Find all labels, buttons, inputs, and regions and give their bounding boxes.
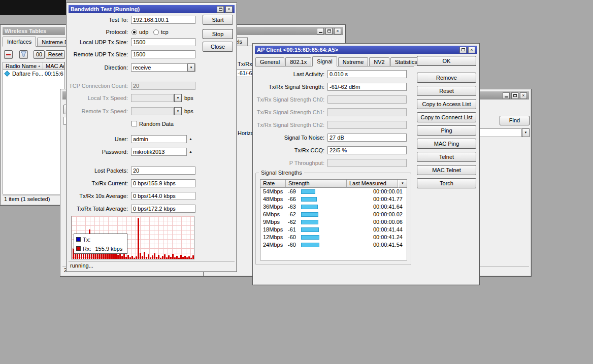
- user-up-arrow-icon[interactable]: ▲: [189, 135, 192, 143]
- close-button[interactable]: ×: [520, 92, 527, 99]
- signal-last-measured: 00:00:41.24: [347, 234, 407, 241]
- signal-rate: 54Mbps: [260, 188, 286, 195]
- signal-row[interactable]: 12Mbps-6000:00:41.24: [260, 234, 407, 241]
- rx-spike: [140, 253, 141, 259]
- wireless-tables-window[interactable]: Wireless Tables Interfaces Nstreme Dua 0…: [0, 24, 68, 206]
- column-header-mac-address[interactable]: MAC Ad: [43, 62, 64, 70]
- user-field[interactable]: admin: [131, 135, 187, 143]
- signal-strength-bar: [301, 220, 318, 224]
- signal-row[interactable]: 54Mbps-6900:00:00.01: [260, 188, 407, 195]
- maximize-button[interactable]: [325, 28, 333, 35]
- remove-button[interactable]: Remove: [417, 73, 476, 83]
- ping-button[interactable]: Ping: [417, 125, 476, 136]
- telnet-button[interactable]: Telnet: [417, 152, 476, 162]
- random-data-checkbox[interactable]: [131, 121, 137, 126]
- start-button[interactable]: Start: [203, 15, 233, 25]
- signal-strength-cell: -62: [286, 211, 347, 218]
- remote-udp-size-field[interactable]: 1500: [131, 50, 195, 58]
- rx-spike: [192, 255, 194, 259]
- close-button[interactable]: ×: [225, 6, 233, 13]
- torch-button[interactable]: Torch: [417, 178, 476, 188]
- password-field[interactable]: mikrotik2013: [131, 148, 187, 156]
- signal-row[interactable]: 36Mbps-6300:00:41.64: [260, 203, 407, 211]
- stop-button[interactable]: Stop: [203, 29, 233, 39]
- signal-row[interactable]: 18Mbps-6100:00:41.44: [260, 226, 407, 234]
- password-up-arrow-icon[interactable]: ▲: [189, 148, 192, 156]
- direction-select[interactable]: receive: [131, 63, 195, 72]
- mac-cell: 00:15:6: [43, 71, 63, 77]
- reset-button[interactable]: Reset: [417, 86, 476, 96]
- remote-tx-speed-field: [131, 107, 174, 115]
- tab-nstreme-dual[interactable]: Nstreme Dua: [37, 38, 68, 46]
- column-header-radio-name[interactable]: Radio Name ▲: [3, 62, 43, 70]
- maximize-button[interactable]: [459, 47, 467, 53]
- rx-spike: [156, 257, 157, 259]
- maximize-button[interactable]: [217, 6, 224, 13]
- close-button[interactable]: ×: [468, 47, 475, 53]
- close-button[interactable]: ×: [334, 28, 341, 35]
- signal-strength-cell: -66: [286, 195, 347, 203]
- titlebar[interactable]: AP Client <00:15:6D:65:64:A5> ×: [255, 46, 477, 54]
- tab-signal[interactable]: Signal: [312, 56, 337, 67]
- txrx-current-field: 0 bps/155.9 kbps: [131, 179, 195, 187]
- find-button[interactable]: Find: [500, 116, 530, 125]
- signal-row[interactable]: 9Mbps-6200:00:00.06: [260, 218, 407, 226]
- signal-strength-cell: -60: [286, 234, 347, 241]
- zero-button[interactable]: 00: [34, 50, 45, 59]
- signal-row[interactable]: 24Mbps-6000:00:41.54: [260, 241, 407, 249]
- direction-dropdown-button[interactable]: ▼: [187, 63, 195, 72]
- tab-nv2[interactable]: NV2: [369, 57, 389, 66]
- column-header-rate[interactable]: Rate: [260, 180, 286, 188]
- rx-spike: [105, 254, 107, 259]
- bandwidth-test-window[interactable]: Bandwidth Test (Running) × Test To: 192.…: [66, 3, 237, 272]
- tab-general[interactable]: General: [255, 57, 284, 66]
- rx-spike: [136, 256, 137, 259]
- rx-spike: [123, 254, 125, 259]
- tx-rx-signal-strength-field: -61/-62 dBm: [327, 83, 407, 91]
- signal-row[interactable]: 6Mbps-6200:00:00.02: [260, 211, 407, 218]
- titlebar[interactable]: Bandwidth Test (Running) ×: [69, 5, 235, 13]
- remove-button[interactable]: [4, 50, 13, 59]
- signal-rate: 9Mbps: [260, 218, 286, 226]
- signal-row[interactable]: 48Mbps-6600:00:41.77: [260, 195, 407, 203]
- local-udp-size-label: Local UDP Tx Size:: [80, 38, 128, 46]
- status-bar: running...: [69, 261, 235, 270]
- tx-rx-ccq-field: 22/5 %: [327, 146, 407, 154]
- wireless-interface-icon: [4, 71, 10, 76]
- minimize-button[interactable]: [317, 28, 324, 35]
- filter-button[interactable]: [19, 50, 28, 59]
- column-header-strength[interactable]: Strength: [286, 180, 347, 188]
- ap-client-window[interactable]: AP Client <00:15:6D:65:64:A5> × General8…: [252, 43, 480, 285]
- tab-interfaces[interactable]: Interfaces: [3, 37, 36, 47]
- rx-spike: [131, 256, 133, 259]
- column-select-button[interactable]: ▼: [398, 180, 407, 188]
- table-row[interactable]: Daftare Fo... 00:15:6: [3, 70, 64, 77]
- remote-udp-size-label: Remote UDP Tx Size:: [74, 50, 128, 58]
- test-to-field[interactable]: 192.168.100.1: [131, 16, 195, 24]
- copy-to-connect-list-button[interactable]: Copy to Connect List: [417, 112, 476, 122]
- filter-dropdown-button[interactable]: ▼: [522, 128, 530, 137]
- signal-strength-cell: -61: [286, 226, 347, 234]
- titlebar[interactable]: Wireless Tables: [3, 27, 65, 35]
- protocol-udp-radio[interactable]: [131, 29, 137, 35]
- mac-telnet-button[interactable]: MAC Telnet: [417, 165, 476, 175]
- radio-name-cell: Daftare Fo...: [12, 71, 43, 77]
- local-udp-size-field[interactable]: 1500: [131, 38, 195, 46]
- tab-802-1x[interactable]: 802.1x: [285, 57, 311, 66]
- rx-spike: [174, 257, 176, 259]
- reset-button[interactable]: Reset: [46, 50, 65, 59]
- local-tx-speed-dropdown-button[interactable]: ▼: [174, 94, 182, 102]
- close-button[interactable]: Close: [203, 42, 233, 52]
- protocol-tcp-radio[interactable]: [153, 29, 159, 35]
- tab-nstreme[interactable]: Nstreme: [338, 57, 369, 66]
- rx-spike: [176, 256, 178, 259]
- mac-ping-button[interactable]: MAC Ping: [417, 139, 476, 149]
- maximize-button[interactable]: [511, 92, 518, 99]
- column-header-last-measured[interactable]: Last Measured: [347, 180, 398, 188]
- direction-label: Direction:: [105, 63, 128, 72]
- minimize-button[interactable]: [503, 92, 510, 99]
- copy-to-access-list-button[interactable]: Copy to Access List: [417, 99, 476, 109]
- ok-button[interactable]: OK: [417, 56, 476, 66]
- signal-strengths-group: Signal Strengths Rate Strength Last Meas…: [255, 173, 411, 265]
- remote-tx-speed-dropdown-button[interactable]: ▼: [174, 107, 182, 115]
